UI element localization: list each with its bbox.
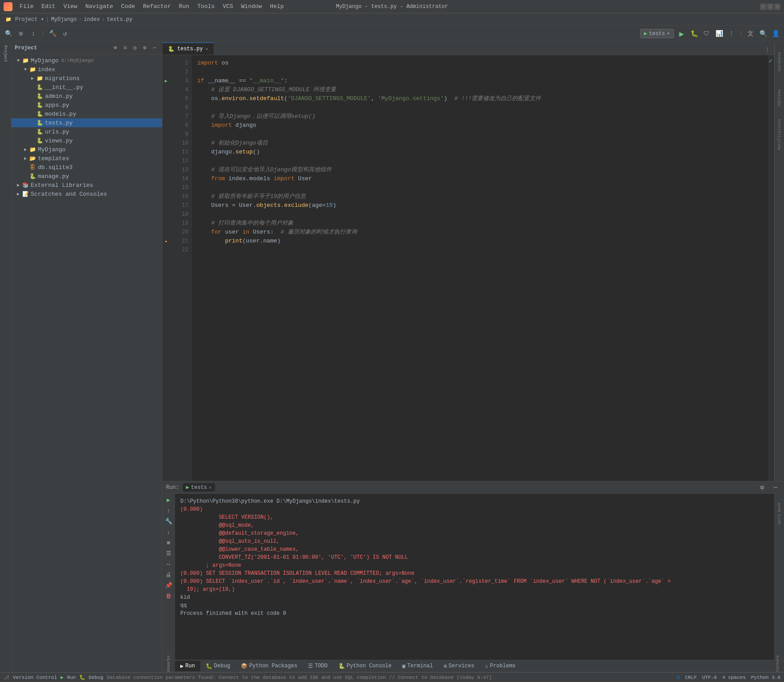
menu-code[interactable]: Code [118,2,138,11]
bottom-tab-python-console[interactable]: 🐍 Python Console [333,661,397,671]
status-version-control[interactable]: Version Control [13,675,57,680]
window-controls[interactable]: ─ □ ✕ [760,4,780,10]
status-language[interactable]: Python 3.8 [751,675,780,680]
run-tab-tests[interactable]: ▶ tests ✕ [183,483,215,492]
maximize-button[interactable]: □ [767,4,773,10]
status-debug-label[interactable]: 🐛 Debug [79,674,103,680]
tree-init-py[interactable]: 🐍 __init__.py [11,83,162,92]
tab-tests-py[interactable]: 🐍 tests.py ✕ [162,42,214,55]
debug-button[interactable]: 🐛 [689,29,699,39]
line-numbers: 1 2 3 4 5 6 7 8 9 10 11 12 13 [170,55,192,481]
code-content[interactable]: import os if __name__ == "__main__": # 设… [192,55,768,481]
run-pin-btn[interactable]: 📌 [164,581,173,590]
run-wrench-btn[interactable]: 🔧 [164,517,173,526]
run-word-wrap-btn[interactable]: ↔ [164,560,173,569]
menu-vcs[interactable]: VCS [219,2,236,11]
tree-urls-py[interactable]: 🐍 urls.py [11,127,162,136]
panel-settings-icon[interactable]: ⚙ [141,44,149,52]
menu-edit[interactable]: Edit [38,2,59,11]
gutter-line7 [162,112,170,121]
breadcrumb-index[interactable]: index [84,16,100,23]
more-actions[interactable]: ⋮ [727,29,736,39]
tree-views-py[interactable]: 🐍 views.py [11,136,162,145]
menu-tools[interactable]: Tools [194,2,218,11]
vcs-icon[interactable]: ↕ [28,29,38,39]
menu-help[interactable]: Help [266,2,287,11]
structure-vtab[interactable]: Structure [776,655,780,672]
tree-manage-py[interactable]: 🐍 manage.py [11,172,162,181]
menu-refactor[interactable]: Refactor [139,2,174,11]
run-play-btn[interactable]: ▶ [164,496,173,504]
sync-icon[interactable]: ↺ [60,29,70,39]
sidebar-notifications[interactable]: Notifications [775,117,784,152]
expand-all-icon[interactable]: ⊕ [111,44,119,52]
minimize-button[interactable]: ─ [760,4,766,10]
status-crlf[interactable]: CRLF [685,675,697,680]
breadcrumb-mydjango[interactable]: MyDjango [51,16,77,23]
run-trash-btn[interactable]: 🗑 [164,592,173,601]
tree-mydjango-root[interactable]: ▼ 📁 MyDjango D:\MyDjango [11,56,162,65]
bottom-tab-todo[interactable]: ☰ TODO [303,661,333,671]
menu-navigate[interactable]: Navigate [82,2,117,11]
debug-tab-text: Debug [214,663,230,669]
menu-view[interactable]: View [60,2,81,11]
tree-mydjango-sub[interactable]: ▶ 📁 MyDjango [11,145,162,154]
bookmarks-vtab[interactable]: Bookmarks [167,655,171,672]
sidebar-database[interactable]: Database [775,44,784,79]
tree-apps-py[interactable]: 🐍 apps.py [11,101,162,109]
breadcrumb-project[interactable]: Project ▾ [15,16,44,23]
tree-scratches[interactable]: ▶ 📝 Scratches and Consoles [11,190,162,198]
tree-migrations[interactable]: ▶ 📁 migrations [11,74,162,83]
search-everywhere-icon[interactable]: 🔍 [4,29,13,39]
user-icon[interactable]: 👤 [771,29,780,39]
editor-settings-icon[interactable]: ⋮ [763,45,772,55]
tree-models-py[interactable]: 🐍 models.py [11,109,162,118]
tree-index-folder[interactable]: ▼ 📁 index [11,65,162,74]
run-settings-icon[interactable]: ⚙ [757,483,767,492]
status-indent[interactable]: 4 spaces [722,675,746,680]
menu-file[interactable]: File [16,2,37,11]
panel-actions[interactable]: ⊕ ≡ ◎ ⚙ ─ [111,44,158,52]
status-charset[interactable]: UTF-8 [702,675,717,680]
close-button[interactable]: ✕ [774,4,780,10]
run-config-selector[interactable]: ▶ tests ▾ [640,29,674,38]
run-up-btn[interactable]: ↑ [164,506,173,515]
tree-templates[interactable]: ▶ 📂 templates [11,154,162,163]
coverage-button[interactable]: 🛡 [702,29,711,39]
bottom-tab-problems[interactable]: ⚠ Problems [479,661,521,671]
bottom-tab-terminal[interactable]: ▣ Terminal [397,661,439,671]
bottom-tab-packages[interactable]: 📦 Python Packages [236,661,303,671]
panel-minimize-icon[interactable]: ─ [150,44,158,52]
tree-tests-py[interactable]: 🐍 tests.py [11,118,162,127]
collapse-all-icon[interactable]: ≡ [121,44,129,52]
run-button[interactable]: ▶ [677,29,687,39]
build-icon[interactable]: 🔨 [48,29,57,39]
run-tab-close[interactable]: ✕ [209,485,211,490]
settings-icon[interactable]: ⚙ [16,29,26,39]
code-line-18 [197,210,763,219]
translate-icon[interactable]: 文 [746,29,756,39]
py-icon-views: 🐍 [36,137,43,144]
bottom-tab-run[interactable]: ▶ Run [175,661,200,671]
locate-icon[interactable]: ◎ [131,44,139,52]
sidebar-sqview[interactable]: SQVView [775,80,784,116]
tree-db-sqlite[interactable]: 🗄 db.sqlite3 [11,163,162,172]
profile-button[interactable]: 📊 [714,29,724,39]
breadcrumb-testsfile[interactable]: tests.py [107,16,133,23]
status-run-label[interactable]: Run [67,675,76,680]
run-list-btn[interactable]: ☰ [164,549,173,558]
tree-admin-py[interactable]: 🐍 admin.py [11,92,162,101]
run-minimize-icon[interactable]: ─ [771,483,780,492]
bottom-tab-services[interactable]: ⚙ Services [438,661,479,671]
vtab-project[interactable]: Project [1,42,9,64]
run-stop-btn[interactable]: ■ [164,538,173,547]
find-icon[interactable]: 🔍 [758,29,768,39]
menu-window[interactable]: Window [238,2,266,11]
tree-external-libs[interactable]: ▶ 📚 External Libraries [11,181,162,190]
run-down-btn[interactable]: ↓ [164,528,173,537]
run-print-btn[interactable]: 🖨 [164,570,173,579]
menu-run[interactable]: Run [175,2,193,11]
run-sidebar-wordbook[interactable]: Word Book [775,496,784,531]
bottom-tab-debug[interactable]: 🐛 Debug [200,661,236,671]
tab-close-tests[interactable]: ✕ [206,46,208,52]
